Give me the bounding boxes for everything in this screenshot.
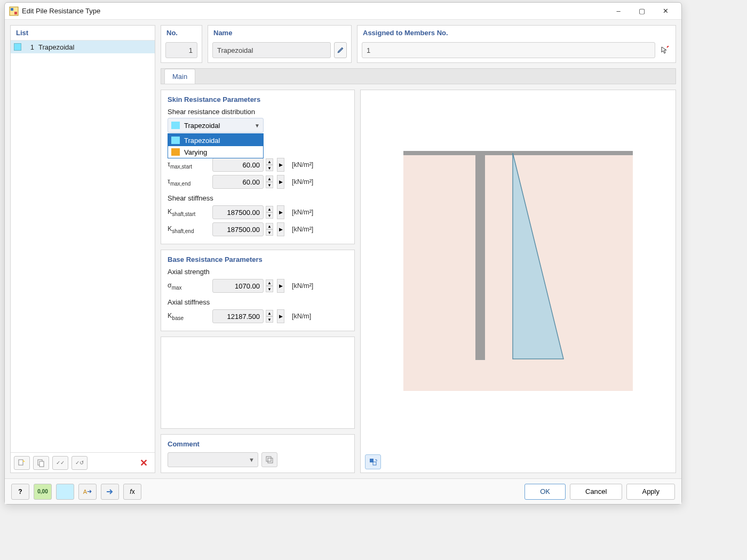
color-button[interactable] [56, 484, 74, 500]
maximize-button[interactable]: ▢ [630, 3, 654, 19]
close-button[interactable]: ✕ [654, 3, 677, 19]
kshaft-start-input[interactable] [212, 205, 264, 219]
spinner[interactable]: ▲▼ [266, 206, 273, 219]
stepper-button[interactable]: ▶ [277, 158, 284, 172]
ok-button[interactable]: OK [525, 484, 566, 500]
dist-dropdown-list: Trapezoidal Varying [168, 133, 264, 158]
spinner[interactable]: ▲▼ [266, 223, 273, 236]
dist-option-trapezoidal[interactable]: Trapezoidal [168, 134, 263, 146]
tau-end-label: τmax,end [168, 178, 208, 187]
dialog-footer: ? 0,00 A➜ fx OK Cancel Apply [5, 478, 681, 504]
fx-button[interactable]: fx [123, 484, 141, 500]
skin-card: Skin Resistance Parameters Shear resista… [161, 90, 355, 244]
preview-graphic-icon [403, 151, 633, 391]
name-label: Name [208, 26, 351, 40]
preview-mode-button[interactable] [365, 454, 381, 469]
font-button[interactable]: A➜ [78, 484, 97, 500]
delete-button[interactable]: ✕ [136, 456, 152, 470]
preview-card [360, 90, 676, 473]
skin-title: Skin Resistance Parameters [168, 95, 348, 103]
dist-combobox[interactable]: Trapezoidal ▼ [168, 118, 264, 133]
app-icon [9, 6, 19, 16]
svg-rect-2 [14, 12, 17, 14]
kbase-input[interactable] [212, 309, 264, 323]
name-card: Name Trapezoidal [208, 25, 352, 63]
tabstrip: Main [161, 68, 676, 84]
tau-end-input[interactable] [212, 175, 264, 189]
titlebar: Edit Pile Resistance Type – ▢ ✕ [5, 3, 681, 20]
assigned-field[interactable]: 1 [362, 42, 655, 58]
option-label: Varying [184, 148, 207, 156]
edit-name-button[interactable] [334, 42, 347, 58]
spinner[interactable]: ▲▼ [266, 158, 273, 171]
assigned-label: Assigned to Members No. [357, 26, 676, 40]
no-field[interactable]: 1 [165, 42, 197, 58]
sigma-label: σmax [168, 282, 208, 291]
list-item[interactable]: 1 Trapezoidal [11, 41, 155, 53]
chevron-down-icon: ▼ [255, 123, 260, 129]
spinner[interactable]: ▲▼ [266, 175, 273, 188]
uncheck-button[interactable]: ✓↺ [71, 456, 88, 470]
view-button[interactable] [101, 484, 119, 500]
chevron-down-icon: ▼ [249, 457, 255, 463]
cursor-pick-icon [661, 46, 669, 54]
stepper-button[interactable]: ▶ [277, 175, 284, 189]
comment-library-button[interactable] [261, 452, 277, 467]
kshaft-end-input[interactable] [212, 222, 264, 236]
cancel-button[interactable]: Cancel [570, 484, 622, 500]
name-field[interactable]: Trapezoidal [212, 42, 331, 58]
base-card: Base Resistance Parameters Axial strengt… [161, 250, 355, 331]
kshaft-end-label: Kshaft,end [168, 225, 208, 234]
content-row: Skin Resistance Parameters Shear resista… [161, 90, 676, 473]
comment-card: Comment ▼ [161, 434, 355, 473]
unit-label: [kN/m²] [292, 226, 313, 233]
dist-label: Shear resistance distribution [168, 108, 348, 116]
stepper-button[interactable]: ▶ [277, 279, 284, 293]
dist-combo-wrap: Trapezoidal ▼ Trapezoidal Var [168, 118, 264, 133]
svg-rect-5 [39, 461, 44, 467]
new-button[interactable] [14, 456, 30, 470]
list-item-number: 1 [27, 43, 34, 51]
stepper-button[interactable]: ▶ [277, 205, 284, 219]
list-panel: List 1 Trapezoidal ✓✓ ✓↺ ✕ [10, 25, 155, 473]
no-label: No. [161, 26, 202, 40]
work-area: List 1 Trapezoidal ✓✓ ✓↺ ✕ No [5, 20, 681, 478]
blank-card [161, 337, 355, 429]
help-button[interactable]: ? [11, 484, 29, 500]
preview-swap-icon [369, 458, 377, 466]
svg-rect-1 [11, 8, 13, 11]
form-column: Skin Resistance Parameters Shear resista… [161, 90, 355, 473]
tau-start-input[interactable] [212, 158, 264, 172]
list-item-label: Trapezoidal [38, 43, 74, 51]
check-button[interactable]: ✓✓ [52, 456, 68, 470]
apply-button[interactable]: Apply [626, 484, 675, 500]
unit-label: [kN/m²] [292, 161, 313, 169]
shear-stiffness-label: Shear stiffness [168, 194, 348, 202]
stepper-button[interactable]: ▶ [277, 309, 284, 323]
svg-line-6 [667, 46, 669, 47]
svg-rect-8 [268, 458, 273, 463]
dialog-window: Edit Pile Resistance Type – ▢ ✕ List 1 T… [4, 2, 682, 505]
header-row: No. 1 Name Trapezoidal Assigned to Membe… [161, 25, 676, 63]
kshaft-start-label: Kshaft,start [168, 208, 208, 217]
tab-main[interactable]: Main [164, 69, 195, 84]
comment-title: Comment [168, 440, 348, 448]
stepper-button[interactable]: ▶ [277, 222, 284, 236]
comment-combobox[interactable]: ▼ [168, 452, 258, 467]
pencil-icon [337, 46, 344, 54]
minimize-button[interactable]: – [607, 3, 630, 19]
spinner[interactable]: ▲▼ [266, 310, 273, 323]
arrow-icon [106, 488, 114, 495]
unit-label: [kN/m²] [292, 209, 313, 216]
sigma-input[interactable] [212, 279, 264, 293]
pick-members-button[interactable] [658, 42, 671, 58]
units-button[interactable]: 0,00 [34, 484, 52, 500]
spinner[interactable]: ▲▼ [266, 279, 273, 292]
svg-rect-3 [19, 460, 23, 465]
dist-value: Trapezoidal [184, 122, 220, 130]
option-label: Trapezoidal [184, 137, 220, 145]
copy-button[interactable] [33, 456, 49, 470]
dist-option-varying[interactable]: Varying [168, 146, 263, 158]
list-toolbar: ✓✓ ✓↺ ✕ [11, 452, 155, 473]
base-title: Base Resistance Parameters [168, 255, 348, 263]
